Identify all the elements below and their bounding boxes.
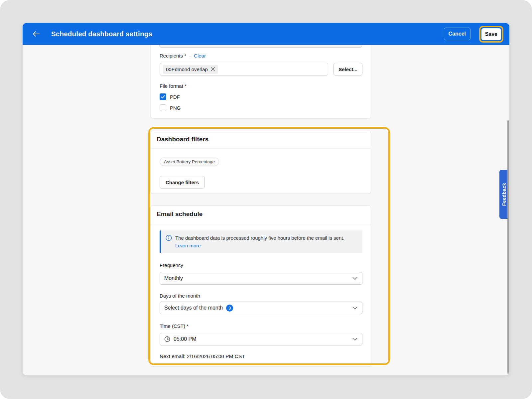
filter-chip: Asset Battery Percentage: [160, 158, 219, 166]
info-banner-text: The dashboard data is processed roughly …: [175, 234, 350, 249]
recipients-label: Recipients *: [160, 53, 186, 59]
clipped-field[interactable]: [159, 45, 362, 48]
dashboard-filters-title: Dashboard filters: [151, 131, 371, 143]
remove-recipient-icon[interactable]: [210, 67, 215, 71]
selected-days-count-badge: 3: [226, 305, 233, 312]
pdf-checkbox-checked[interactable]: [160, 93, 166, 100]
chevron-down-icon: [352, 307, 357, 310]
png-checkbox-row[interactable]: PNG: [160, 104, 181, 111]
info-icon: [166, 235, 172, 241]
clear-recipients-link[interactable]: Clear: [194, 53, 206, 59]
back-arrow-icon[interactable]: [32, 30, 41, 38]
divider: [151, 148, 371, 149]
info-banner: The dashboard data is processed roughly …: [160, 230, 362, 253]
save-highlight-annotation: Save: [479, 26, 503, 43]
settings-dialog: Scheduled dashboard settings Cancel Save…: [23, 23, 509, 375]
delivery-settings-card: Recipients * · Clear 00Edmond overlap Se…: [150, 45, 371, 118]
dashboard-filters-card: Dashboard filters Asset Battery Percenta…: [150, 131, 371, 194]
learn-more-link[interactable]: Learn more: [175, 243, 201, 248]
cancel-button[interactable]: Cancel: [444, 28, 470, 40]
dot-separator: ·: [189, 53, 191, 59]
select-recipients-button[interactable]: Select...: [333, 63, 362, 75]
next-email-text: Next email: 2/16/2026 05:00 PM CST: [160, 353, 245, 359]
days-of-month-value: Select days of the month: [164, 305, 223, 311]
days-of-month-dropdown[interactable]: Select days of the month 3: [160, 302, 362, 314]
png-checkbox-unchecked[interactable]: [160, 104, 166, 111]
frequency-dropdown[interactable]: Monthly: [160, 272, 362, 285]
recipient-chip-label: 00Edmond overlap: [166, 66, 208, 72]
screen-background: Scheduled dashboard settings Cancel Save…: [0, 0, 532, 399]
divider: [151, 225, 371, 225]
chevron-down-icon: [352, 338, 357, 341]
pdf-checkbox-row[interactable]: PDF: [160, 93, 180, 100]
clock-icon: [164, 336, 170, 342]
png-label: PNG: [170, 105, 181, 111]
time-dropdown[interactable]: 05:00 PM: [160, 333, 362, 345]
frequency-label: Frequency: [160, 262, 183, 268]
change-filters-button[interactable]: Change filters: [160, 176, 205, 189]
frequency-value: Monthly: [164, 275, 183, 281]
feedback-tab-label: Feedback: [501, 183, 507, 206]
time-label: Time (CST) *: [160, 323, 189, 329]
days-of-month-label: Days of the month: [160, 293, 200, 299]
checkmark-icon: [160, 93, 166, 100]
chevron-down-icon: [352, 277, 357, 280]
recipients-input[interactable]: 00Edmond overlap: [160, 63, 328, 75]
app-bar: Scheduled dashboard settings Cancel Save: [23, 23, 509, 45]
email-schedule-title: Email schedule: [151, 206, 371, 218]
pdf-label: PDF: [170, 94, 180, 100]
scrollbar-thumb[interactable]: [507, 120, 509, 374]
email-schedule-card: Email schedule The dashboard data is pro…: [150, 205, 371, 367]
save-button[interactable]: Save: [481, 28, 501, 40]
page-title: Scheduled dashboard settings: [51, 23, 152, 45]
recipient-chip[interactable]: 00Edmond overlap: [163, 65, 218, 74]
file-format-label: File format *: [160, 83, 187, 89]
time-value: 05:00 PM: [174, 336, 196, 342]
